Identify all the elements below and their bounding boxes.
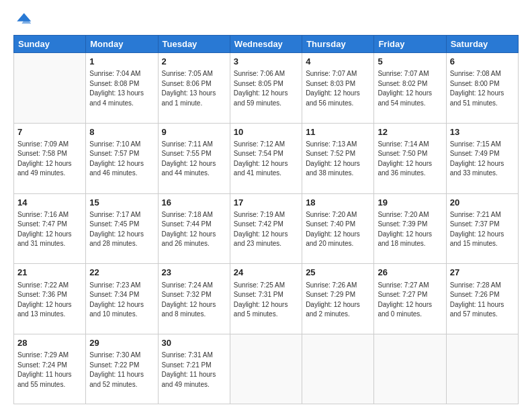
day-info: Sunrise: 7:18 AM Sunset: 7:44 PM Dayligh… bbox=[162, 210, 226, 249]
calendar-cell: 1Sunrise: 7:04 AM Sunset: 8:08 PM Daylig… bbox=[86, 53, 158, 124]
day-number: 13 bbox=[450, 126, 515, 138]
calendar-cell: 27Sunrise: 7:28 AM Sunset: 7:26 PM Dayli… bbox=[446, 264, 518, 334]
day-number: 16 bbox=[162, 197, 226, 209]
header bbox=[13, 11, 519, 30]
calendar-day-header: Thursday bbox=[302, 36, 374, 53]
day-number: 30 bbox=[162, 337, 226, 349]
day-info: Sunrise: 7:13 AM Sunset: 7:52 PM Dayligh… bbox=[306, 140, 370, 179]
calendar-cell: 29Sunrise: 7:30 AM Sunset: 7:22 PM Dayli… bbox=[86, 334, 158, 404]
day-number: 17 bbox=[234, 197, 298, 209]
calendar-day-header: Monday bbox=[86, 36, 158, 53]
calendar-day-header: Tuesday bbox=[158, 36, 230, 53]
day-number: 25 bbox=[306, 267, 370, 279]
day-number: 11 bbox=[306, 126, 370, 138]
day-info: Sunrise: 7:15 AM Sunset: 7:49 PM Dayligh… bbox=[450, 140, 515, 179]
calendar-cell: 15Sunrise: 7:17 AM Sunset: 7:45 PM Dayli… bbox=[86, 193, 158, 264]
day-number: 5 bbox=[378, 56, 442, 68]
calendar-header-row: SundayMondayTuesdayWednesdayThursdayFrid… bbox=[14, 36, 519, 53]
day-info: Sunrise: 7:10 AM Sunset: 7:57 PM Dayligh… bbox=[89, 140, 154, 179]
day-info: Sunrise: 7:23 AM Sunset: 7:34 PM Dayligh… bbox=[89, 281, 154, 320]
calendar-cell bbox=[14, 53, 86, 124]
calendar-cell bbox=[302, 334, 374, 404]
calendar-cell: 30Sunrise: 7:31 AM Sunset: 7:21 PM Dayli… bbox=[158, 334, 230, 404]
calendar-cell: 11Sunrise: 7:13 AM Sunset: 7:52 PM Dayli… bbox=[302, 123, 374, 193]
day-number: 23 bbox=[162, 267, 226, 279]
day-info: Sunrise: 7:17 AM Sunset: 7:45 PM Dayligh… bbox=[89, 210, 154, 249]
day-info: Sunrise: 7:08 AM Sunset: 8:00 PM Dayligh… bbox=[450, 69, 515, 108]
calendar-cell: 9Sunrise: 7:11 AM Sunset: 7:55 PM Daylig… bbox=[158, 123, 230, 193]
calendar-cell: 25Sunrise: 7:26 AM Sunset: 7:29 PM Dayli… bbox=[302, 264, 374, 334]
calendar-cell: 28Sunrise: 7:29 AM Sunset: 7:24 PM Dayli… bbox=[14, 334, 86, 404]
day-info: Sunrise: 7:20 AM Sunset: 7:40 PM Dayligh… bbox=[306, 210, 370, 249]
calendar-cell: 10Sunrise: 7:12 AM Sunset: 7:54 PM Dayli… bbox=[230, 123, 302, 193]
day-number: 14 bbox=[17, 197, 82, 209]
calendar-week-row: 14Sunrise: 7:16 AM Sunset: 7:47 PM Dayli… bbox=[14, 193, 519, 264]
calendar-cell: 16Sunrise: 7:18 AM Sunset: 7:44 PM Dayli… bbox=[158, 193, 230, 264]
calendar-week-row: 21Sunrise: 7:22 AM Sunset: 7:36 PM Dayli… bbox=[14, 264, 519, 334]
calendar-cell: 17Sunrise: 7:19 AM Sunset: 7:42 PM Dayli… bbox=[230, 193, 302, 264]
day-number: 3 bbox=[234, 56, 298, 68]
calendar-table: SundayMondayTuesdayWednesdayThursdayFrid… bbox=[13, 35, 519, 404]
calendar-cell: 12Sunrise: 7:14 AM Sunset: 7:50 PM Dayli… bbox=[374, 123, 446, 193]
calendar-cell: 18Sunrise: 7:20 AM Sunset: 7:40 PM Dayli… bbox=[302, 193, 374, 264]
day-info: Sunrise: 7:12 AM Sunset: 7:54 PM Dayligh… bbox=[234, 140, 298, 179]
calendar-week-row: 1Sunrise: 7:04 AM Sunset: 8:08 PM Daylig… bbox=[14, 53, 519, 124]
calendar-cell: 13Sunrise: 7:15 AM Sunset: 7:49 PM Dayli… bbox=[446, 123, 518, 193]
day-info: Sunrise: 7:21 AM Sunset: 7:37 PM Dayligh… bbox=[450, 210, 515, 249]
day-info: Sunrise: 7:29 AM Sunset: 7:24 PM Dayligh… bbox=[17, 351, 82, 390]
day-number: 10 bbox=[234, 126, 298, 138]
day-info: Sunrise: 7:04 AM Sunset: 8:08 PM Dayligh… bbox=[89, 69, 154, 108]
day-number: 8 bbox=[89, 126, 154, 138]
day-number: 4 bbox=[306, 56, 370, 68]
calendar-day-header: Sunday bbox=[14, 36, 86, 53]
calendar-day-header: Saturday bbox=[446, 36, 518, 53]
day-number: 24 bbox=[234, 267, 298, 279]
calendar-cell: 3Sunrise: 7:06 AM Sunset: 8:05 PM Daylig… bbox=[230, 53, 302, 124]
day-info: Sunrise: 7:27 AM Sunset: 7:27 PM Dayligh… bbox=[378, 281, 442, 320]
calendar-cell: 8Sunrise: 7:10 AM Sunset: 7:57 PM Daylig… bbox=[86, 123, 158, 193]
svg-marker-0 bbox=[17, 13, 31, 21]
day-info: Sunrise: 7:14 AM Sunset: 7:50 PM Dayligh… bbox=[378, 140, 442, 179]
calendar-week-row: 7Sunrise: 7:09 AM Sunset: 7:58 PM Daylig… bbox=[14, 123, 519, 193]
calendar-cell: 6Sunrise: 7:08 AM Sunset: 8:00 PM Daylig… bbox=[446, 53, 518, 124]
calendar-cell: 5Sunrise: 7:07 AM Sunset: 8:02 PM Daylig… bbox=[374, 53, 446, 124]
day-info: Sunrise: 7:07 AM Sunset: 8:03 PM Dayligh… bbox=[306, 69, 370, 108]
calendar-day-header: Wednesday bbox=[230, 36, 302, 53]
day-number: 19 bbox=[378, 197, 442, 209]
calendar-cell: 23Sunrise: 7:24 AM Sunset: 7:32 PM Dayli… bbox=[158, 264, 230, 334]
day-info: Sunrise: 7:25 AM Sunset: 7:31 PM Dayligh… bbox=[234, 281, 298, 320]
day-number: 27 bbox=[450, 267, 515, 279]
day-number: 1 bbox=[89, 56, 154, 68]
calendar-cell: 7Sunrise: 7:09 AM Sunset: 7:58 PM Daylig… bbox=[14, 123, 86, 193]
day-info: Sunrise: 7:26 AM Sunset: 7:29 PM Dayligh… bbox=[306, 281, 370, 320]
day-number: 6 bbox=[450, 56, 515, 68]
calendar-cell bbox=[374, 334, 446, 404]
calendar-cell: 20Sunrise: 7:21 AM Sunset: 7:37 PM Dayli… bbox=[446, 193, 518, 264]
calendar-cell bbox=[230, 334, 302, 404]
day-number: 12 bbox=[378, 126, 442, 138]
page: SundayMondayTuesdayWednesdayThursdayFrid… bbox=[0, 0, 532, 411]
calendar-week-row: 28Sunrise: 7:29 AM Sunset: 7:24 PM Dayli… bbox=[14, 334, 519, 404]
calendar-cell: 2Sunrise: 7:05 AM Sunset: 8:06 PM Daylig… bbox=[158, 53, 230, 124]
day-info: Sunrise: 7:24 AM Sunset: 7:32 PM Dayligh… bbox=[162, 281, 226, 320]
day-info: Sunrise: 7:16 AM Sunset: 7:47 PM Dayligh… bbox=[17, 210, 82, 249]
day-number: 28 bbox=[17, 337, 82, 349]
calendar-cell: 26Sunrise: 7:27 AM Sunset: 7:27 PM Dayli… bbox=[374, 264, 446, 334]
day-number: 26 bbox=[378, 267, 442, 279]
calendar-cell: 19Sunrise: 7:20 AM Sunset: 7:39 PM Dayli… bbox=[374, 193, 446, 264]
day-number: 15 bbox=[89, 197, 154, 209]
day-number: 7 bbox=[17, 126, 82, 138]
day-number: 2 bbox=[162, 56, 226, 68]
calendar-day-header: Friday bbox=[374, 36, 446, 53]
day-info: Sunrise: 7:30 AM Sunset: 7:22 PM Dayligh… bbox=[89, 351, 154, 390]
calendar-cell: 4Sunrise: 7:07 AM Sunset: 8:03 PM Daylig… bbox=[302, 53, 374, 124]
day-info: Sunrise: 7:28 AM Sunset: 7:26 PM Dayligh… bbox=[450, 281, 515, 320]
calendar-cell: 22Sunrise: 7:23 AM Sunset: 7:34 PM Dayli… bbox=[86, 264, 158, 334]
day-number: 21 bbox=[17, 267, 82, 279]
day-number: 9 bbox=[162, 126, 226, 138]
day-number: 20 bbox=[450, 197, 515, 209]
day-info: Sunrise: 7:11 AM Sunset: 7:55 PM Dayligh… bbox=[162, 140, 226, 179]
logo bbox=[13, 11, 35, 30]
day-info: Sunrise: 7:09 AM Sunset: 7:58 PM Dayligh… bbox=[17, 140, 82, 179]
calendar-cell: 21Sunrise: 7:22 AM Sunset: 7:36 PM Dayli… bbox=[14, 264, 86, 334]
